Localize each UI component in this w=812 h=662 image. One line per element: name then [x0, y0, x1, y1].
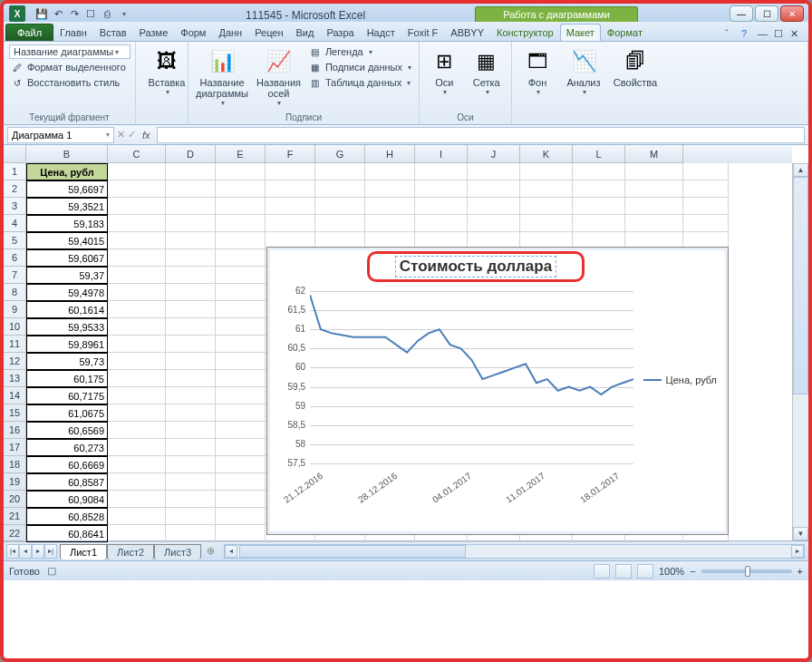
cell[interactable]	[415, 163, 468, 180]
cell[interactable]	[573, 163, 625, 180]
cell[interactable]	[108, 336, 166, 353]
cell[interactable]	[216, 198, 266, 215]
column-header[interactable]: F	[266, 145, 315, 163]
cell[interactable]	[520, 163, 573, 180]
cell[interactable]	[216, 232, 266, 249]
cell[interactable]: 60,175	[26, 370, 108, 387]
cell[interactable]	[166, 508, 216, 525]
cell-header[interactable]: Цена, рубл	[26, 163, 108, 180]
legend-button[interactable]: ▤Легенда	[307, 44, 413, 59]
undo-icon[interactable]: ↶	[51, 6, 65, 21]
cell[interactable]	[315, 198, 365, 215]
cell[interactable]	[315, 163, 365, 180]
cell[interactable]	[166, 456, 216, 473]
cell[interactable]	[166, 301, 216, 318]
hscroll-thumb[interactable]	[239, 545, 466, 558]
sheet-tab[interactable]: Лист3	[154, 544, 201, 560]
tab-Разме[interactable]: Разме	[133, 24, 175, 41]
chart-legend[interactable]: Цена, рубл	[643, 375, 717, 385]
row-header[interactable]: 19	[4, 473, 26, 491]
chart-plot-area[interactable]: 6261,56160,56059,55958,55857,5 21.12.201…	[280, 291, 633, 486]
row-header[interactable]: 11	[4, 336, 26, 353]
cell[interactable]: 60,7175	[26, 387, 108, 404]
cell[interactable]	[108, 491, 166, 508]
cell[interactable]	[216, 353, 266, 370]
row-header[interactable]: 10	[4, 318, 26, 336]
row-header[interactable]: 5	[4, 232, 26, 249]
tab-Форм[interactable]: Форм	[174, 24, 212, 41]
fx-icon[interactable]: fx	[139, 130, 154, 141]
column-header[interactable]: G	[315, 145, 365, 163]
cell[interactable]	[625, 163, 683, 180]
reset-style-button[interactable]: ↺Восстановить стиль	[9, 75, 130, 90]
properties-button[interactable]: 🗐 Свойства	[610, 44, 661, 90]
chart-series-line[interactable]	[310, 295, 633, 394]
cell[interactable]: 59,8961	[26, 336, 108, 353]
cell[interactable]: 59,4978	[26, 284, 108, 301]
cell[interactable]	[108, 387, 166, 404]
cell[interactable]	[365, 215, 415, 232]
name-box[interactable]: Диаграмма 1▾	[7, 127, 114, 143]
axes-button[interactable]: ⊞ Оси	[425, 44, 464, 98]
cell[interactable]: 60,1614	[26, 301, 108, 318]
cell[interactable]	[625, 215, 683, 232]
row-header[interactable]: 15	[4, 404, 26, 422]
tab-Разра[interactable]: Разра	[320, 24, 360, 41]
cell[interactable]	[108, 508, 166, 525]
cell[interactable]	[108, 525, 166, 542]
cell[interactable]: 61,0675	[26, 404, 108, 422]
cell[interactable]	[108, 404, 166, 422]
cell[interactable]	[266, 180, 315, 198]
column-header[interactable]: E	[216, 145, 266, 163]
row-header[interactable]: 7	[4, 267, 26, 284]
cell[interactable]	[166, 336, 216, 353]
format-selection-button[interactable]: 🖉Формат выделенного	[9, 60, 130, 74]
qa-item-icon[interactable]: ⎙	[100, 6, 114, 21]
column-header[interactable]: I	[415, 145, 468, 163]
row-header[interactable]: 16	[4, 422, 26, 439]
save-icon[interactable]: 💾	[34, 6, 49, 21]
cell[interactable]: 60,8528	[26, 508, 108, 525]
cell[interactable]: 60,273	[26, 439, 108, 456]
cell[interactable]	[166, 163, 216, 180]
cell[interactable]	[166, 284, 216, 301]
cell[interactable]	[573, 215, 625, 232]
cell[interactable]	[625, 180, 683, 198]
cell[interactable]	[108, 180, 166, 198]
cell[interactable]	[683, 163, 729, 180]
minimize-ribbon-icon[interactable]: ˇ	[725, 28, 738, 41]
tab-Встав[interactable]: Встав	[93, 24, 133, 41]
row-header[interactable]: 8	[4, 284, 26, 301]
sheet-nav-last-icon[interactable]: ▸|	[44, 544, 57, 559]
sheet-tab[interactable]: Лист1	[60, 544, 107, 560]
cell[interactable]	[683, 215, 729, 232]
column-header[interactable]: L	[573, 145, 625, 163]
doc-restore-icon[interactable]: ☐	[774, 28, 787, 41]
chart-object[interactable]: Стоимость доллара 6261,56160,56059,55958…	[266, 247, 729, 535]
horizontal-scrollbar[interactable]: ◂ ▸	[224, 544, 805, 559]
doc-close-icon[interactable]: ✕	[790, 28, 803, 41]
formula-input[interactable]	[157, 127, 805, 143]
chart-title-button[interactable]: 📊 Название диаграммы	[194, 44, 250, 109]
row-header[interactable]: 18	[4, 456, 26, 473]
cell[interactable]	[315, 180, 365, 198]
data-table-button[interactable]: ▥Таблица данных	[307, 75, 413, 90]
cell[interactable]	[365, 180, 415, 198]
scroll-thumb[interactable]	[793, 177, 808, 394]
redo-icon[interactable]: ↷	[67, 6, 82, 21]
tab-Формат[interactable]: Формат	[601, 24, 649, 41]
cell[interactable]	[216, 404, 266, 422]
cell[interactable]	[468, 163, 520, 180]
help-icon[interactable]: ?	[741, 28, 754, 41]
cell[interactable]	[108, 284, 166, 301]
chart-element-combo[interactable]: Название диаграммы	[9, 44, 130, 59]
column-header[interactable]: B	[26, 145, 108, 163]
select-all-corner[interactable]	[4, 145, 26, 163]
insert-button[interactable]: 🖼 Вставка	[141, 44, 192, 98]
tab-Конструктор[interactable]: Конструктор	[490, 24, 560, 41]
column-header[interactable]: D	[166, 145, 216, 163]
cell[interactable]	[166, 491, 216, 508]
cell[interactable]	[166, 267, 216, 284]
zoom-out-button[interactable]: −	[690, 566, 695, 577]
cell[interactable]	[216, 180, 266, 198]
